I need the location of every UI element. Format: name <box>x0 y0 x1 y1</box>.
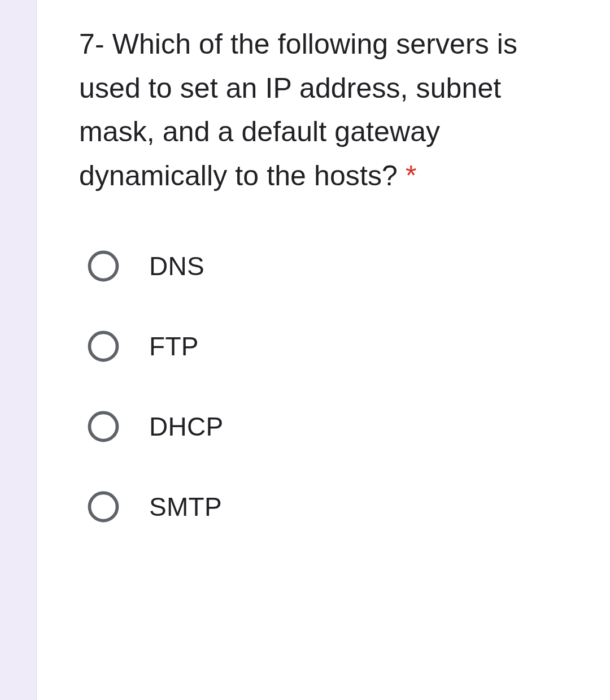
form-left-margin <box>0 0 37 700</box>
radio-icon <box>86 249 121 284</box>
radio-icon <box>86 329 121 364</box>
option-label: DHCP <box>149 411 224 442</box>
option-ftp[interactable]: FTP <box>86 329 576 364</box>
options-group: DNS FTP DHCP SMTP <box>86 249 576 524</box>
radio-icon <box>86 409 121 444</box>
radio-icon <box>86 489 121 524</box>
svg-point-2 <box>89 412 117 440</box>
option-dns[interactable]: DNS <box>86 249 576 284</box>
question-title: 7- Which of the following servers is use… <box>79 23 576 198</box>
option-label: SMTP <box>149 492 222 522</box>
option-smtp[interactable]: SMTP <box>86 489 576 524</box>
svg-point-3 <box>89 493 117 520</box>
question-card: 7- Which of the following servers is use… <box>37 0 610 569</box>
svg-point-1 <box>89 332 117 360</box>
option-dhcp[interactable]: DHCP <box>86 409 576 444</box>
option-label: DNS <box>149 251 204 281</box>
option-label: FTP <box>149 331 199 362</box>
required-asterisk: * <box>406 160 417 192</box>
svg-point-0 <box>89 252 117 280</box>
question-text-content: 7- Which of the following servers is use… <box>79 28 517 192</box>
